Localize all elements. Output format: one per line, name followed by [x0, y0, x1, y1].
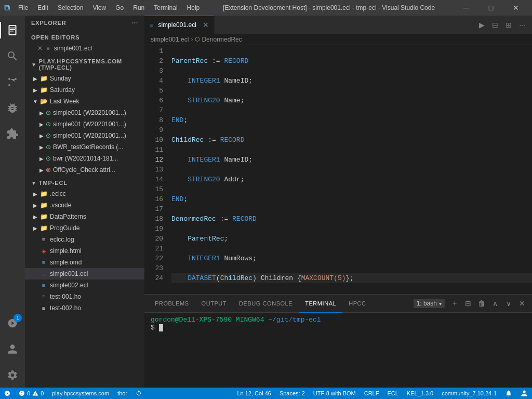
server-section-header[interactable]: ▼ PLAY.HPCCSYSTEMS.COM (TMP-ECL) [25, 54, 144, 73]
line-6: 6 [144, 96, 163, 105]
status-bar: 0 0 play.hpccsystems.com thor Ln 12, Col… [0, 388, 532, 399]
breadcrumb-symbol[interactable]: ⬡ DenormedRec [195, 36, 242, 43]
status-sync[interactable] [131, 388, 146, 399]
tree-test002[interactable]: ▶ ≡ test-002.ho [25, 302, 144, 314]
line-22: 22 [144, 254, 163, 263]
open-editors-header[interactable]: OPEN EDITORS [25, 30, 144, 43]
minimize-button[interactable]: ─ [454, 0, 478, 16]
tree-sunday[interactable]: ▶ 📁 Sunday [25, 73, 144, 84]
delete-terminal-button[interactable]: 🗑 [476, 298, 487, 309]
activity-git[interactable] [0, 70, 25, 95]
status-remote[interactable] [0, 388, 15, 399]
activity-debug[interactable] [0, 96, 25, 121]
terminal-selector[interactable]: 1: bash ▾ [414, 299, 445, 308]
split-terminal-button[interactable]: ⊟ [462, 298, 474, 309]
tree-datapatterns-folder[interactable]: ▶ 📁 DataPatterns [25, 211, 144, 222]
panel-tab-hpcc[interactable]: HPCC [342, 295, 372, 313]
activity-explorer[interactable] [0, 18, 25, 43]
breadcrumb-file[interactable]: simple001.ecl [151, 36, 189, 43]
split-h-button[interactable]: ⊟ [489, 19, 501, 31]
line-17: 17 [144, 204, 163, 214]
tree-vscode-folder[interactable]: ▶ 📁 .vscode [25, 200, 144, 211]
status-server[interactable]: play.hpccsystems.com [48, 388, 113, 399]
menu-file[interactable]: File [14, 3, 32, 12]
tree-last-week[interactable]: ▼ 📂 Last Week [25, 96, 144, 107]
server-label: PLAY.HPCCSYSTEMS.COM (TMP-ECL) [39, 58, 138, 71]
activity-settings[interactable] [0, 363, 25, 388]
tab-close-icon[interactable]: ✕ [203, 21, 209, 29]
tree-simple-html[interactable]: ▶ ◈ simple.html [25, 245, 144, 257]
close-editor-icon[interactable]: ✕ [37, 45, 43, 52]
simple001-3-label: simple001 (W20201001...) [53, 132, 126, 139]
tree-simple001-ecl[interactable]: ▶ ≡ simple001.ecl [25, 268, 144, 280]
code-content[interactable]: ParentRec := RECORD INTEGER1 NameID; STR… [167, 45, 532, 294]
line-8: 8 [144, 115, 163, 125]
tree-simple001-1[interactable]: ▶ ⊙ simple001 (W20201001...) [25, 107, 144, 118]
tree-eclcc-folder[interactable]: ▶ 📁 .eclcc [25, 188, 144, 200]
tree-simple002-ecl[interactable]: ▶ ≡ simple002.ecl [25, 280, 144, 291]
panel-tab-debug[interactable]: DEBUG CONSOLE [233, 295, 299, 313]
status-ln-col[interactable]: Ln 12, Col 46 [233, 388, 275, 399]
progguide-arrow: ▶ [31, 224, 39, 232]
line-14: 14 [144, 175, 163, 184]
tree-saturday[interactable]: ▶ 📁 Saturday [25, 84, 144, 96]
split-v-button[interactable]: ⊞ [503, 19, 514, 31]
close-button[interactable]: ✕ [504, 0, 528, 16]
menu-terminal[interactable]: Terminal [150, 3, 181, 12]
status-lang[interactable]: ECL [383, 388, 402, 399]
tree-simple-omd[interactable]: ▶ ≡ simple.omd [25, 257, 144, 268]
tree-test001[interactable]: ▶ ≡ test-001.ho [25, 291, 144, 302]
menu-run[interactable]: Run [129, 3, 149, 12]
omd-file-icon: ≡ [39, 258, 48, 267]
status-community[interactable]: community_7.10.24-1 [437, 388, 501, 399]
status-encoding[interactable]: UTF-8 with BOM [309, 388, 360, 399]
activity-search[interactable] [0, 44, 25, 69]
status-thor[interactable]: thor [113, 388, 131, 399]
line-10: 10 [144, 135, 163, 145]
more-button[interactable]: ··· [516, 19, 528, 31]
run-button[interactable]: ▶ [476, 19, 487, 31]
menu-view[interactable]: View [88, 3, 110, 12]
menu-selection[interactable]: Selection [54, 3, 87, 12]
code-line-10: ParentRec; [171, 234, 532, 244]
line-13: 13 [144, 165, 163, 175]
close-panel-button[interactable]: ✕ [516, 298, 528, 309]
panel-move-up-button[interactable]: ∧ [489, 298, 501, 309]
status-kel[interactable]: KEL_1.3.0 [403, 388, 437, 399]
tree-progguide-folder[interactable]: ▶ 📁 ProgGuide [25, 222, 144, 234]
tree-eclcc-log[interactable]: ▶ ≡ eclcc.log [25, 234, 144, 245]
activity-account[interactable] [0, 337, 25, 362]
panel-tab-problems[interactable]: PROBLEMS [149, 295, 195, 313]
panel-move-down-button[interactable]: ∨ [503, 298, 514, 309]
code-editor[interactable]: 1 2 3 4 5 6 7 8 9 10 11 12 13 14 15 16 1… [144, 45, 532, 294]
menu-help[interactable]: Help [183, 3, 204, 12]
status-account[interactable] [516, 388, 532, 399]
tree-bwr[interactable]: ▶ ⊙ bwr (W20201014-181... [25, 153, 144, 164]
menu-edit[interactable]: Edit [33, 3, 52, 12]
open-editor-item[interactable]: ✕ ≡ simple001.ecl [25, 43, 144, 54]
activity-remote[interactable]: 1 [0, 311, 25, 336]
terminal-content[interactable]: gordon@Dell-XPS-7590 MINGW64 ~/git/tmp-e… [144, 313, 532, 388]
activity-extensions[interactable] [0, 122, 25, 147]
terminal-line: gordon@Dell-XPS-7590 MINGW64 ~/git/tmp-e… [151, 316, 526, 324]
explorer-more-button[interactable]: ··· [132, 20, 138, 26]
add-terminal-button[interactable]: ＋ [449, 298, 460, 309]
progguide-folder-icon: 📁 [39, 224, 48, 232]
menu-go[interactable]: Go [111, 3, 128, 12]
panel-tab-output[interactable]: OUTPUT [195, 295, 233, 313]
editor-tab-simple001[interactable]: ≡ simple001.ecl ✕ [144, 16, 215, 34]
line-numbers: 1 2 3 4 5 6 7 8 9 10 11 12 13 14 15 16 1… [144, 45, 167, 294]
tree-simple001-2[interactable]: ▶ ⊙ simple001 (W20201001...) [25, 118, 144, 130]
status-left: 0 0 play.hpccsystems.com thor [0, 388, 146, 399]
tree-offcycle[interactable]: ▶ ⊗ OffCycle_Check attri... [25, 164, 144, 176]
tree-simple001-3[interactable]: ▶ ⊙ simple001 (W20201001...) [25, 130, 144, 141]
status-eol[interactable]: CRLF [360, 388, 383, 399]
panel-tab-terminal[interactable]: TERMINAL [299, 295, 342, 313]
status-errors[interactable]: 0 0 [15, 388, 48, 399]
maximize-button[interactable]: □ [479, 0, 503, 16]
tree-bwr-test[interactable]: ▶ ⊙ BWR_testGetRecords (... [25, 141, 144, 153]
tmp-ecl-header[interactable]: ▼ TMP-ECL [25, 176, 144, 188]
status-spaces[interactable]: Spaces: 2 [275, 388, 309, 399]
window-title: [Extension Development Host] - simple001… [223, 4, 435, 11]
status-bell[interactable] [501, 388, 516, 399]
